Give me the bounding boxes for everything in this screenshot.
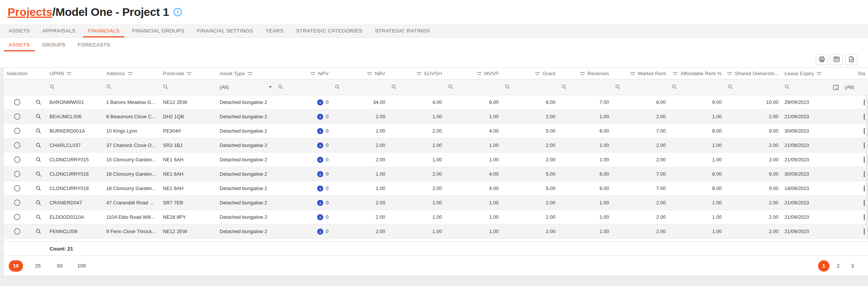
tab-appraisals[interactable]: APPRAISALS xyxy=(37,24,81,37)
filter-cell-nbv[interactable] xyxy=(332,79,388,95)
filter-cell-reserves[interactable] xyxy=(558,79,612,95)
npv-info-icon[interactable]: i xyxy=(317,186,323,192)
tab-strategic-ratings[interactable]: STRATEGIC RATINGS xyxy=(370,24,435,37)
row-select-radio[interactable] xyxy=(14,142,20,148)
column-header-reserves[interactable]: Reserves xyxy=(558,68,612,79)
npv-info-icon[interactable]: i xyxy=(317,128,323,134)
calendar-icon[interactable] xyxy=(833,84,839,90)
header-filter-icon[interactable] xyxy=(477,72,482,75)
header-filter-icon[interactable] xyxy=(128,72,133,75)
info-icon[interactable]: i xyxy=(174,8,182,16)
table-row[interactable]: CLONCURRY01818 Cloncurry Garden...NE1 6A… xyxy=(3,181,868,196)
row-magnifier-icon[interactable] xyxy=(36,171,42,177)
column-header-address[interactable]: Address xyxy=(103,68,160,79)
status-filter-select[interactable]: (All) xyxy=(845,84,865,90)
column-header-euvsh[interactable]: EUVSH xyxy=(388,68,445,79)
tab-financial-groups[interactable]: FINANCIAL GROUPS xyxy=(127,24,189,37)
table-row[interactable]: BEAUMCL0066 Beaumont Close C...DH2 1QBDe… xyxy=(3,110,868,124)
table-row[interactable]: BURKERD001A10 Kings LynnPE304rfDetached … xyxy=(3,124,868,138)
header-filter-icon[interactable] xyxy=(535,72,540,75)
table-row[interactable]: CLONCURRY01616 Cloncurry Garden...NE1 6A… xyxy=(3,167,868,181)
row-select-radio[interactable] xyxy=(14,156,20,163)
page-size-100[interactable]: 100 xyxy=(74,260,89,272)
filter-cell-market-rent[interactable] xyxy=(612,79,669,95)
filter-cell-lease-expiry[interactable] xyxy=(781,79,842,95)
row-magnifier-icon[interactable] xyxy=(36,229,42,235)
npv-info-icon[interactable]: i xyxy=(317,114,323,120)
subtab-assets[interactable]: ASSETS xyxy=(4,38,35,51)
row-magnifier-icon[interactable] xyxy=(36,157,42,163)
print-button[interactable] xyxy=(816,54,828,65)
row-magnifier-icon[interactable] xyxy=(36,114,42,120)
column-header-grant[interactable]: Grant xyxy=(502,68,558,79)
filter-cell-postcode[interactable] xyxy=(160,79,217,95)
filter-cell-shared-ownership[interactable] xyxy=(725,79,781,95)
column-header-lease-expiry[interactable]: Lease Expiry xyxy=(781,68,842,79)
column-header-npv[interactable]: NPV xyxy=(275,68,332,79)
header-filter-icon[interactable] xyxy=(310,72,315,75)
page-size-10[interactable]: 10 xyxy=(9,260,23,272)
row-select-radio[interactable] xyxy=(14,214,20,220)
header-filter-icon[interactable] xyxy=(187,72,192,75)
export-file-button[interactable] xyxy=(845,54,857,65)
row-magnifier-icon[interactable] xyxy=(36,99,42,105)
row-magnifier-icon[interactable] xyxy=(36,142,42,148)
breadcrumb-projects-link[interactable]: Projects xyxy=(8,6,52,19)
tab-assets[interactable]: ASSETS xyxy=(4,24,35,37)
column-header-shared-ownership[interactable]: Shared Ownershi... xyxy=(725,68,781,79)
row-select-radio[interactable] xyxy=(14,185,20,192)
column-header-asset-type[interactable]: Asset Type xyxy=(217,68,275,79)
row-magnifier-icon[interactable] xyxy=(36,200,42,206)
page-number-1[interactable]: 1 xyxy=(818,260,829,272)
header-filter-icon[interactable] xyxy=(727,72,732,75)
column-header-affordable-rent[interactable]: Affordable Rent % xyxy=(669,68,725,79)
filter-cell-asset-type[interactable]: (All) xyxy=(217,79,275,95)
tab-financial-settings[interactable]: FINANCIAL SETTINGS xyxy=(192,24,258,37)
row-magnifier-icon[interactable] xyxy=(36,128,42,134)
filter-cell-npv[interactable] xyxy=(275,79,332,95)
column-header-postcode[interactable]: Postcode xyxy=(160,68,217,79)
npv-info-icon[interactable]: i xyxy=(317,157,323,163)
column-header-uprn[interactable]: UPRN xyxy=(46,68,103,79)
npv-info-icon[interactable]: i xyxy=(317,171,323,177)
filter-cell-uprn[interactable] xyxy=(46,79,103,95)
npv-info-icon[interactable]: i xyxy=(317,214,323,220)
column-header-nbv[interactable]: NBV xyxy=(332,68,388,79)
table-row[interactable]: ELDOGD0110A110A Eldo Road Will...NE28 8P… xyxy=(3,210,868,224)
header-filter-icon[interactable] xyxy=(630,72,635,75)
subtab-forecasts[interactable]: FORECASTS xyxy=(73,38,115,51)
header-filter-icon[interactable] xyxy=(817,72,822,75)
column-header-market-rent[interactable]: Market Rent xyxy=(612,68,669,79)
column-header-selection[interactable]: Selection xyxy=(3,68,31,79)
header-filter-icon[interactable] xyxy=(248,72,253,75)
table-row[interactable]: BARONMW0011 Barons Meadow G...NE12 2EWDe… xyxy=(3,95,868,110)
npv-info-icon[interactable]: i xyxy=(317,142,323,148)
page-size-50[interactable]: 50 xyxy=(53,260,67,272)
filter-cell-grant[interactable] xyxy=(502,79,558,95)
filter-cell-euvsh[interactable] xyxy=(388,79,445,95)
npv-info-icon[interactable]: i xyxy=(317,200,323,206)
page-number-2[interactable]: 2 xyxy=(832,260,844,272)
tab-strategic-categories[interactable]: STRATEGIC CATEGORIES xyxy=(291,24,367,37)
row-select-radio[interactable] xyxy=(14,199,20,206)
row-select-radio[interactable] xyxy=(14,128,20,134)
page-size-25[interactable]: 25 xyxy=(31,260,45,272)
row-select-radio[interactable] xyxy=(14,99,20,105)
row-select-radio[interactable] xyxy=(14,228,20,235)
table-row[interactable]: FENNCL0099 Fenn Close Throck...NE12 2EWD… xyxy=(3,224,868,239)
page-number-3[interactable]: 3 xyxy=(847,260,858,272)
row-magnifier-icon[interactable] xyxy=(36,186,42,192)
table-row[interactable]: CRANERD04747 Cranesbill Road ...SR7 7EBD… xyxy=(3,196,868,210)
header-filter-icon[interactable] xyxy=(417,72,422,75)
header-filter-icon[interactable] xyxy=(580,72,585,75)
column-header-mvvp[interactable]: MVVP xyxy=(445,68,502,79)
filter-cell-affordable-rent[interactable] xyxy=(669,79,725,95)
column-header-status[interactable]: Sta xyxy=(842,68,868,79)
filter-cell-mvvp[interactable] xyxy=(445,79,502,95)
asset-type-filter-select[interactable]: (All) xyxy=(220,84,272,90)
header-filter-icon[interactable] xyxy=(367,72,372,75)
header-filter-icon[interactable] xyxy=(67,72,71,75)
tab-years[interactable]: YEARS xyxy=(260,24,288,37)
row-select-radio[interactable] xyxy=(14,113,20,120)
row-magnifier-icon[interactable] xyxy=(36,214,42,220)
